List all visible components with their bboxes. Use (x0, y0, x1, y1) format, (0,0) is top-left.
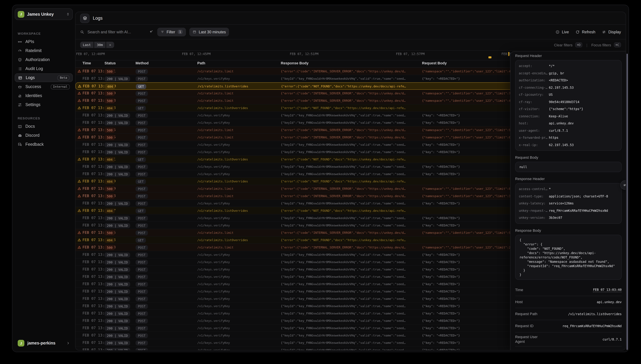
chip-field[interactable]: Last (80, 42, 94, 48)
row-response-body: {"error":{"code":"INTERNAL_SERVER_ERROR"… (281, 97, 406, 104)
sidebar-item-identities[interactable]: Identities (15, 92, 73, 100)
sidebar-item-authorization[interactable]: Authorization (15, 55, 73, 64)
row-path: /v1/ratelimits.listOverrides (198, 83, 248, 90)
column-header-path: Path (197, 61, 205, 65)
request-body-box: null (515, 162, 622, 172)
detail-field-label: Host (515, 300, 542, 304)
row-path: /v1/ratelimits.listOverrides (197, 104, 248, 112)
list-icon (18, 66, 22, 71)
status-badge: 200 | VALID (105, 172, 130, 176)
response-header-title: Response Header (515, 177, 622, 181)
search-input[interactable] (87, 30, 148, 34)
filter-button[interactable]: Filter 1 (157, 28, 186, 36)
user-menu[interactable]: J james-perkins (15, 338, 73, 348)
toolbar-right: Live Refresh Display (555, 30, 621, 34)
method-badge: POST (136, 135, 148, 140)
method-badge: POST (136, 282, 148, 287)
row-path: /v1/ratelimits.listOverrides (197, 236, 248, 244)
header-value: service=126ms (549, 200, 574, 207)
header-value: https (549, 134, 558, 141)
chip-value[interactable]: 30m (94, 42, 106, 48)
sidebar-item-docs[interactable]: Docs (15, 122, 73, 131)
row-request-body: {"key": "<REDACTED>"} (422, 280, 460, 288)
filter-label: Filter (167, 30, 175, 34)
response-body-box: { "error": { "code": "NOT_FOUND", "docs"… (515, 234, 622, 280)
row-request-body: {"key": "<REDACTED>"} (422, 258, 460, 266)
sidebar-item-success[interactable]: SuccessInternal (15, 82, 73, 91)
row-response-body: {"keyId":"key_FHNGvw1drHr8MXeowekeokUvVH… (281, 258, 406, 266)
search-box[interactable] (80, 30, 149, 34)
detail-field-label: Request ID (515, 324, 542, 328)
header-value: * (549, 186, 551, 192)
header-row: unkey-latency:service=126ms (519, 200, 618, 207)
row-path: /v1/keys.verifyKey (197, 170, 230, 178)
refresh-icon (575, 30, 579, 34)
header-key: connection: (519, 114, 540, 118)
sidebar-item-audit-log[interactable]: Audit Log (15, 64, 73, 73)
timeline-selected-marker (488, 56, 491, 58)
row-request-body: {"key": "<REDACTED>"} (422, 75, 460, 82)
row-request-body: {"key": "<REDACTED>"} (422, 346, 460, 350)
sidebar-item-label: Discord (25, 133, 70, 138)
row-response-body: {"keyId":"key_FHNGvw1drHr8MXeowekeokUvVH… (281, 273, 406, 280)
focus-filters-kbd: ⌘C (614, 42, 621, 47)
refresh-button[interactable]: Refresh (575, 30, 595, 34)
row-response-body: {"error":{"code":"INTERNAL_SERVER_ERROR"… (281, 185, 406, 192)
header-value: 62.197.145.53 (549, 141, 574, 148)
row-response-body: {"keyId":"key_FHNGvw1drHr8MXeowekeokUvVH… (281, 339, 406, 346)
meta-value-box: <EMPTY> (554, 350, 622, 350)
row-response-body: {"keyId":"key_FHNGvw1drHr8MXeowekeokUvVH… (281, 163, 406, 170)
live-label: Live (562, 30, 569, 34)
row-path: /v1/keys.verifyKey (197, 310, 230, 317)
method-badge: POST (136, 252, 148, 257)
scrollbar[interactable] (627, 54, 628, 350)
timeline-label: FEB 07, 12:57PM (396, 52, 425, 56)
status-badge: 200 | VALID (105, 150, 130, 154)
row-response-body: {"keyId":"key_FHNGvw1drHr8MXeowekeokUvVH… (281, 170, 406, 178)
status-badge: 200 | VALID (105, 274, 130, 279)
row-path: /v1/keys.verifyKey (197, 141, 230, 148)
focus-filters-button[interactable]: Focus filters (591, 43, 611, 47)
row-response-body: {"keyId":"key_FHNGvw1drHr8MXeowekeokUvVH… (281, 214, 406, 222)
header-row: cf-ipcountry:US (519, 91, 618, 98)
time-range-label: Last 30 minutes (199, 30, 226, 34)
header-value: 90e54c49180d3714 (549, 98, 579, 106)
method-badge: POST (136, 142, 148, 147)
display-button[interactable]: Display (602, 30, 621, 34)
method-badge: POST (136, 348, 148, 350)
sidebar-item-logs[interactable]: LogsBeta (15, 73, 73, 82)
request-header-box: accept:*/*accept-encodin…gzip, brauthori… (515, 60, 622, 151)
row-path: /v1/ratelimits.limit (197, 68, 233, 75)
row-request-body: {"key": "<REDACTED>"} (422, 310, 460, 317)
row-request-body: {"key": "<REDACTED>"} (422, 332, 460, 339)
method-badge: POST (136, 326, 148, 331)
row-path: /v1/keys.verifyKey (197, 346, 230, 350)
workspace-selector[interactable]: J James Unkey (15, 8, 73, 20)
sidebar-item-label: Settings (25, 102, 70, 107)
workspace-name: James Unkey (27, 12, 64, 16)
row-path: /v1/ratelimits.limit (197, 97, 233, 104)
row-request-body: {"namespace":"","identifier":"user_123",… (422, 68, 512, 75)
sidebar-item-discord[interactable]: Discord (15, 131, 73, 140)
sidebar-item-apis[interactable]: APIs (15, 37, 73, 46)
sidebar-item-feedback[interactable]: Feedback (15, 140, 73, 149)
sidebar-item-ratelimit[interactable]: Ratelimit (15, 46, 73, 55)
detail-field-value[interactable]: FEB 07 13:03:40 (593, 288, 622, 292)
status-badge: 200 | VALID (105, 142, 130, 147)
chat-icon (18, 142, 22, 146)
status-badge: 500 (105, 98, 115, 103)
method-badge: POST (136, 260, 148, 264)
ai-sparkle-icon[interactable] (149, 30, 153, 34)
sidebar-item-label: APIs (25, 39, 70, 44)
warning-icon (78, 92, 81, 96)
header-key: unkey-version: (519, 216, 545, 220)
header-key: cf-visitor: (519, 107, 540, 111)
sidebar-item-settings[interactable]: Settings (15, 100, 73, 109)
header-value: US (549, 91, 553, 98)
method-badge: POST (136, 318, 148, 323)
logs-header: Logs (76, 12, 626, 25)
chip-close[interactable] (106, 42, 114, 48)
live-button[interactable]: Live (555, 30, 569, 34)
clear-filters-button[interactable]: Clear filters (554, 43, 572, 47)
time-range-button[interactable]: Last 30 minutes (189, 28, 229, 36)
